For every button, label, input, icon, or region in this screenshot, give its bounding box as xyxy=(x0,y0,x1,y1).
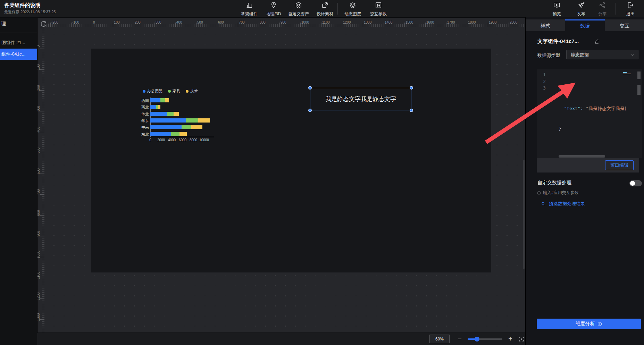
bar-segment xyxy=(165,98,169,102)
bar-segment xyxy=(179,132,187,136)
canvas-scrollbar[interactable] xyxy=(523,160,525,269)
data-source-select[interactable]: 静态数据 xyxy=(566,50,638,59)
bar-segment xyxy=(150,118,186,123)
bar-segment xyxy=(150,105,156,109)
ruler-label: 800 xyxy=(260,20,266,24)
selection-handle-bl[interactable] xyxy=(308,109,312,112)
legend-dot xyxy=(186,90,189,93)
ruler-label: 1400 xyxy=(385,20,392,24)
editor-scrollbar-thumb[interactable] xyxy=(637,71,641,79)
selection-handle-br[interactable] xyxy=(410,109,413,112)
bar-category-label: 西南 xyxy=(140,98,149,103)
fit-to-screen-icon[interactable] xyxy=(518,336,525,342)
layer-item-chart[interactable]: 图组件-21... xyxy=(0,37,37,48)
ruler-label: 300 xyxy=(37,104,40,114)
legend-item[interactable]: 办公用品 xyxy=(143,89,162,94)
edit-pencil-icon[interactable] xyxy=(594,38,600,44)
bar-segment xyxy=(198,118,210,123)
ruler-label: 100 xyxy=(37,62,40,73)
last-saved-text: 最近保存 2022-11-08 15:37:25 xyxy=(4,9,56,15)
ruler-label: 0 xyxy=(37,41,40,52)
preview-screen-icon xyxy=(553,1,561,10)
exit-icon xyxy=(627,1,634,10)
top-bar: 各类组件的说明 最近保存 2022-11-08 15:37:25 常规组件 地理… xyxy=(0,0,644,18)
document-title: 各类组件的说明 xyxy=(4,2,41,9)
toolbar-item-label: 交互参数 xyxy=(370,11,387,17)
ruler-label: 700 xyxy=(239,20,245,24)
toolbar-separator xyxy=(337,3,338,15)
selection-handle-tl[interactable] xyxy=(308,86,312,90)
zoom-slider-thumb[interactable] xyxy=(475,337,479,342)
zoom-in-button[interactable]: + xyxy=(505,334,516,344)
zoom-out-button[interactable]: − xyxy=(454,334,465,344)
ruler-label: 1800 xyxy=(468,20,476,24)
action-label: 退出 xyxy=(626,11,635,17)
action-publish[interactable]: 发布 xyxy=(570,1,592,17)
selection-handle-tr[interactable] xyxy=(410,86,413,90)
window-edit-button[interactable]: 窗口编辑 xyxy=(605,160,634,170)
ruler-label: 500 xyxy=(37,145,40,156)
toolbar-item-label: 地理/3D xyxy=(266,11,281,17)
bar-segment xyxy=(182,125,191,129)
bar-segment xyxy=(191,125,203,129)
ruler-label: 200 xyxy=(135,20,141,24)
action-preview[interactable]: 预览 xyxy=(546,1,568,17)
zoom-percent-input[interactable]: 60% xyxy=(429,335,450,343)
ruler-label: 1200 xyxy=(37,291,40,302)
toolbar-item-label: 动态图层 xyxy=(344,11,361,17)
ruler-label: 1300 xyxy=(364,20,371,24)
editor-scrollbar-thumb[interactable] xyxy=(637,85,641,95)
preview-processing-result-link[interactable]: 预览数据处理结果 xyxy=(541,201,585,207)
toolbar-dynamic-layers[interactable]: 动态图层 xyxy=(342,1,364,17)
layer-item-text-selected[interactable]: 组件-041c... xyxy=(0,49,37,60)
artboard[interactable]: 办公用品家具技术 西南西北华北华东中南东北0200040006000800010… xyxy=(91,49,491,272)
legend-item[interactable]: 技术 xyxy=(186,89,198,94)
share-nodes-icon xyxy=(599,1,606,10)
json-code-editor[interactable]: 1 2 3 { "text": "我是静态文字我是静态文字" } xyxy=(537,69,642,158)
tab-style[interactable]: 样式 xyxy=(526,19,565,31)
custom-data-processing-toggle[interactable] xyxy=(629,180,642,186)
line-numbers: 1 2 3 xyxy=(537,71,546,92)
processing-hint: 输入#应用交互参数 xyxy=(537,190,579,196)
bar-category-label: 西北 xyxy=(140,105,149,110)
text-component-selected[interactable]: 我是静态文字我是静态文字 xyxy=(310,88,411,110)
info-icon xyxy=(537,191,541,195)
divider xyxy=(516,336,516,343)
ruler-label: 800 xyxy=(37,208,40,218)
stacked-bar-chart[interactable]: 办公用品家具技术 西南西北华北华东中南东北0200040006000800010… xyxy=(140,85,230,148)
static-text: 我是静态文字我是静态文字 xyxy=(325,95,396,103)
toolbar-interaction-params[interactable]: 交互参数 xyxy=(367,1,390,17)
x-axis-tick-label: 10000 xyxy=(197,138,211,142)
toolbar-custom-assets[interactable]: 自定义资产 xyxy=(287,1,310,17)
action-exit[interactable]: 退出 xyxy=(619,1,642,17)
canvas-area: -200-10001002003004005006007008009001000… xyxy=(37,17,525,333)
ruler-label: 400 xyxy=(37,125,40,135)
legend-dot xyxy=(168,90,171,93)
toolbar-regular-components[interactable]: 常规组件 xyxy=(238,1,260,17)
legend-label: 家具 xyxy=(173,89,180,94)
ruler-label: 1300 xyxy=(37,312,40,322)
ruler-label: 0 xyxy=(93,20,95,24)
bar-segment xyxy=(186,118,198,123)
ruler-label: 600 xyxy=(37,166,40,177)
toolbar-geo-3d[interactable]: 地理/3D xyxy=(262,1,285,17)
bar-segment xyxy=(150,98,160,102)
code-line-3: } xyxy=(559,125,626,132)
layers-panel-header: 理 xyxy=(1,21,6,27)
component-title: 文字组件-041c7... xyxy=(537,38,579,45)
canvas-field[interactable]: 办公用品家具技术 西南西北华北华东中南东北0200040006000800010… xyxy=(44,27,525,333)
tab-data[interactable]: 数据 xyxy=(565,19,605,31)
zoom-slider[interactable] xyxy=(468,338,502,340)
chart-legend: 办公用品家具技术 xyxy=(143,89,198,94)
dimension-analysis-button[interactable]: 维度分析 xyxy=(537,319,641,329)
tab-interaction[interactable]: 交互 xyxy=(605,19,644,31)
ruler-label: 900 xyxy=(281,20,286,24)
chevron-down-icon xyxy=(630,53,635,57)
action-label: 分享 xyxy=(598,11,607,17)
legend-item[interactable]: 家具 xyxy=(168,89,180,94)
toolbar-design-material[interactable]: 设计素材 xyxy=(314,1,336,17)
ruler-label: -200 xyxy=(51,20,58,24)
bottom-bar: 60% − + xyxy=(37,333,525,345)
editor-hscrollbar-thumb[interactable] xyxy=(559,155,605,158)
ruler-label: 100 xyxy=(114,20,120,24)
